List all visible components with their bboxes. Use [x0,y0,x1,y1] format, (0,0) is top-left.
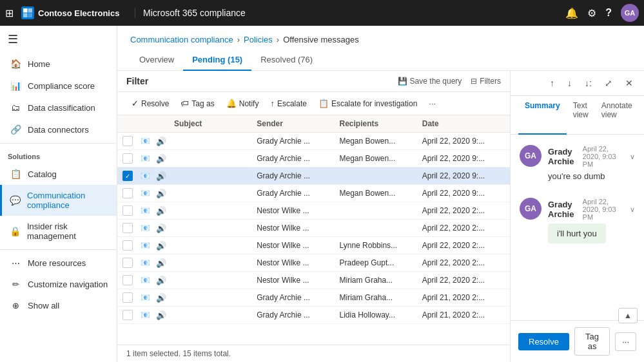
table-row[interactable]: 📧 🔊 Nestor Wilke ... April 22, 2020 2:..… [117,202,510,220]
detail-footer: Resolve Tag as ··· [511,320,644,362]
split-area: Filter 💾 Save the query ⊟ Filters [117,71,644,362]
filters-button[interactable]: ⊟ Filters [471,77,501,86]
resolve-icon: ✓ [132,99,139,108]
col-date[interactable]: Date [422,119,505,128]
col-subject[interactable]: Subject [174,119,257,128]
detail-tab-annotate[interactable]: Annotate view [595,96,639,135]
table-row[interactable]: 📧 🔊 Nestor Wilke ... Miriam Graha... Apr… [117,272,510,289]
sidebar-label-show-all: Show all [28,301,59,310]
waffle-icon[interactable]: ⊞ [5,7,14,19]
escalate-button[interactable]: ↑ Escalate [265,96,312,111]
breadcrumb-item-1[interactable]: Communication compliance [130,35,233,44]
detail-tab-textview[interactable]: Text view [567,96,595,135]
table-row[interactable]: 📧 🔊 Nestor Wilke ... April 22, 2020 2:..… [117,220,510,237]
table-row[interactable]: 📧 🔊 Grady Archie ... Megan Bowen... Apri… [117,185,510,202]
sidebar-item-home[interactable]: 🏠 Home [0,53,117,75]
tab-pending[interactable]: Pending (15) [183,50,251,71]
detail-content: GA Grady Archie April 22, 2020, 9:03 PM … [511,135,644,320]
hamburger-icon[interactable]: ☰ [0,26,117,53]
expand-msg-2[interactable]: ∨ [630,205,635,214]
svg-rect-3 [28,14,33,18]
footer-resolve-button[interactable]: Resolve [518,333,569,350]
row-checkbox[interactable] [122,275,133,285]
footer-more-button[interactable]: ··· [615,332,636,351]
sidebar-item-show-all[interactable]: ⊕ Show all [0,295,117,316]
sidebar-label-communication-compliance: Communication compliance [27,191,109,210]
sidebar-label-insider-risk: Insider risk management [27,222,109,241]
settings-icon[interactable]: ⚙ [587,7,596,19]
row-sender: Grady Archie ... [257,310,339,319]
row-checkbox[interactable] [122,188,133,198]
breadcrumb: Communication compliance › Policies › Of… [117,26,644,44]
table-row[interactable]: 📧 🔊 Grady Archie ... Megan Bowen... Apri… [117,133,510,150]
row-checkbox[interactable] [122,223,133,233]
table-row[interactable]: 📧 🔊 Grady Archie ... Lidia Holloway... A… [117,307,510,324]
check-mark: ✓ [125,173,130,180]
detail-tab-userhistory[interactable]: User history (3) [639,96,644,135]
download-icon[interactable]: ↓: [581,76,595,90]
table-row-selected[interactable]: ✓ 📧 🔊 Grady Archie ... April 22, 2020 9:… [117,167,510,185]
detail-tabs: Summary Text view Annotate view User his… [511,96,644,135]
msg-text-1: you're so dumb [548,171,635,182]
tab-resolved[interactable]: Resolved (76) [251,50,322,71]
show-all-icon: ⊕ [10,301,21,310]
col-sender[interactable]: Sender [257,119,339,128]
row-checkbox[interactable] [122,310,133,320]
row-date: April 22, 2020 2:... [422,206,505,215]
sidebar-label-data-connectors: Data connectors [28,125,89,135]
row-sender: Nestor Wilke ... [257,206,339,215]
row-date: April 22, 2020 9:... [422,189,505,198]
sidebar-item-customize-nav[interactable]: ✏ Customize navigation [0,274,117,295]
close-icon[interactable]: ✕ [622,76,636,90]
sidebar-item-catalog[interactable]: 📋 Catalog [0,163,117,185]
avatar[interactable]: GA [621,4,639,22]
table-row[interactable]: 📧 🔊 Grady Archie ... Miriam Graha... Apr… [117,289,510,307]
more-actions-button[interactable]: ··· [424,96,441,111]
row-checkbox[interactable] [122,153,133,164]
row-checkbox[interactable] [122,205,133,216]
sidebar-item-data-classification[interactable]: 🗂 Data classification [0,97,117,119]
footer-tag-as-button[interactable]: Tag as [574,327,610,356]
sidebar-item-insider-risk[interactable]: 🔒 Insider risk management [0,216,117,247]
table-row[interactable]: 📧 🔊 Nestor Wilke ... Lynne Robbins... Ap… [117,237,510,254]
row-type-icon: 📧 [141,171,156,180]
msg-body-2: Grady Archie April 22, 2020, 9:03 PM ∨ i… [548,198,635,243]
row-recipients: Miriam Graha... [340,293,422,302]
escalate-investigation-button[interactable]: 📋 Escalate for investigation [313,96,422,111]
nav-up-icon[interactable]: ↑ [547,76,558,90]
row-checkbox[interactable] [122,136,133,146]
row-type-icon: 📧 [141,206,156,215]
expand-msg-1[interactable]: ∨ [630,153,635,161]
row-date: April 22, 2020 9:... [422,154,505,163]
row-checkbox[interactable] [122,240,133,251]
col-recipients[interactable]: Recipients [340,119,422,128]
row-msg-icon: 🔊 [156,137,174,146]
nav-down-icon[interactable]: ↓ [564,76,575,90]
msg-header-1: Grady Archie April 22, 2020, 9:03 PM ∨ [548,145,635,168]
expand-icon[interactable]: ⤢ [601,76,616,90]
scroll-to-top[interactable]: ▲ [618,308,638,323]
detail-tab-summary[interactable]: Summary [518,96,567,135]
save-query-button[interactable]: 💾 Save the query [398,77,462,86]
svg-rect-0 [23,8,28,13]
resolve-button[interactable]: ✓ Resolve [126,96,174,111]
save-icon: 💾 [398,77,407,86]
notify-icon: 🔔 [226,99,237,108]
notify-button[interactable]: 🔔 Notify [221,96,264,111]
breadcrumb-item-2[interactable]: Policies [244,35,273,44]
row-checkbox[interactable] [122,258,133,268]
tag-as-button[interactable]: 🏷 Tag as [175,96,219,111]
row-type-icon: 📧 [141,189,156,198]
sidebar-item-compliance-score[interactable]: 📊 Compliance score [0,75,117,97]
table-row[interactable]: 📧 🔊 Grady Archie ... Megan Bowen... Apri… [117,150,510,167]
help-icon[interactable]: ? [605,7,612,19]
row-sender: Nestor Wilke ... [257,258,339,267]
table-row[interactable]: 📧 🔊 Nestor Wilke ... Pradeep Gupt... Apr… [117,254,510,272]
row-checkbox[interactable] [122,292,133,303]
sidebar-item-data-connectors[interactable]: 🔗 Data connectors [0,119,117,140]
tab-overview[interactable]: Overview [130,50,183,71]
sidebar-item-more-resources[interactable]: ⋯ More resources [0,252,117,274]
row-checkbox-checked[interactable]: ✓ [122,171,133,181]
sidebar-item-communication-compliance[interactable]: 💬 Communication compliance [0,185,117,216]
bell-icon[interactable]: 🔔 [565,7,578,19]
